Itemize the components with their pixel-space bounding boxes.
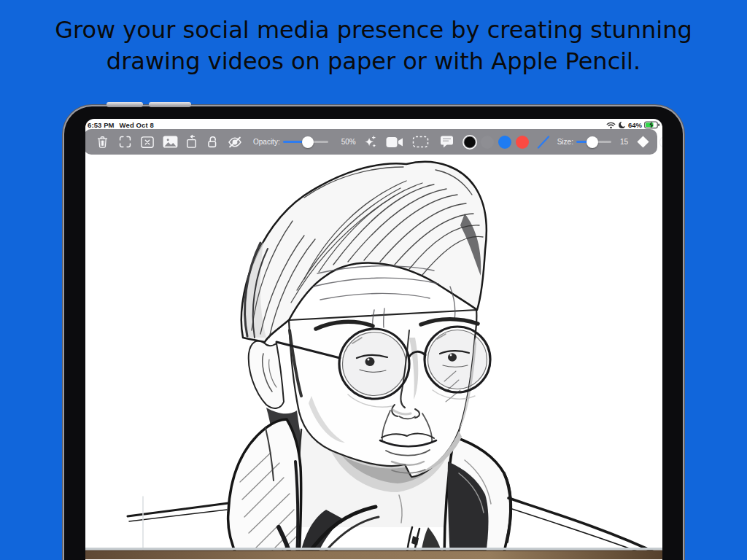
- crop-rotate-icon: [190, 136, 194, 139]
- hide-drawing-button[interactable]: [225, 134, 244, 150]
- status-date: Wed Oct 8: [120, 121, 154, 129]
- page: { "colors": { "background": "#1166db", "…: [0, 0, 747, 560]
- opacity-label: Opacity:: [253, 138, 280, 146]
- color-swatch-black[interactable]: [462, 135, 477, 149]
- ipad-mockup: 6:53 PMWed Oct 8 64%: [64, 106, 683, 560]
- sparkles-button[interactable]: [362, 134, 378, 150]
- comment-button[interactable]: [439, 134, 455, 150]
- size-slider[interactable]: [576, 141, 611, 143]
- fullscreen-icon: [120, 137, 123, 140]
- opacity-slider[interactable]: [283, 141, 328, 143]
- crop-rotate-button[interactable]: [183, 134, 199, 150]
- desk-edge: [85, 551, 662, 559]
- fullscreen-button[interactable]: [117, 134, 133, 150]
- ipad-top-button: [107, 102, 143, 107]
- battery-charging-icon: [644, 121, 660, 129]
- help-button[interactable]: ?: [659, 134, 662, 150]
- portrait-sketch: [128, 162, 660, 559]
- headline-line-2: drawing videos on paper or with Apple Pe…: [0, 46, 747, 77]
- help-icon: [659, 136, 662, 148]
- moon-icon: [618, 121, 626, 129]
- opacity-slider-knob[interactable]: [302, 136, 314, 148]
- headline-line-1: Grow your social media presence by creat…: [0, 15, 747, 46]
- sparkles-icon: [365, 137, 374, 146]
- ipad-volume-buttons: [149, 102, 191, 107]
- size-label: Size:: [557, 138, 573, 146]
- stroke-preview-icon: [538, 136, 549, 147]
- color-swatch-gray[interactable]: [480, 135, 495, 149]
- ipad-screen: 6:53 PMWed Oct 8 64%: [85, 119, 662, 560]
- status-time: 6:53 PM: [88, 121, 115, 129]
- battery-percent: 64%: [628, 121, 642, 129]
- unlock-icon: [209, 141, 216, 147]
- selection-marquee-icon: [414, 137, 428, 147]
- selection-button[interactable]: [411, 134, 430, 150]
- video-camera-icon: [386, 137, 397, 147]
- headline: Grow your social media presence by creat…: [0, 15, 747, 77]
- trash-button[interactable]: [94, 134, 110, 150]
- drawing-canvas[interactable]: [85, 119, 662, 559]
- clear-canvas-button[interactable]: [139, 134, 155, 150]
- record-video-button[interactable]: [385, 134, 404, 150]
- eraser-button[interactable]: [635, 134, 650, 150]
- size-slider-knob[interactable]: [587, 136, 598, 148]
- desk-shadow-line: [85, 551, 662, 552]
- color-swatch-blue[interactable]: [498, 135, 512, 149]
- opacity-value: 50%: [341, 138, 356, 146]
- eraser-icon: [637, 136, 649, 147]
- insert-photo-button[interactable]: [162, 134, 178, 150]
- drawing-toolbar: Opacity: 50%: [85, 129, 657, 155]
- wifi-icon: [606, 122, 616, 129]
- size-value: 15: [620, 138, 628, 146]
- stroke-preview: [535, 134, 551, 150]
- paper-edge-line: [85, 548, 662, 551]
- status-time-date: 6:53 PMWed Oct 8: [88, 121, 154, 129]
- color-swatch-red[interactable]: [515, 135, 530, 149]
- unlock-button[interactable]: [204, 134, 220, 150]
